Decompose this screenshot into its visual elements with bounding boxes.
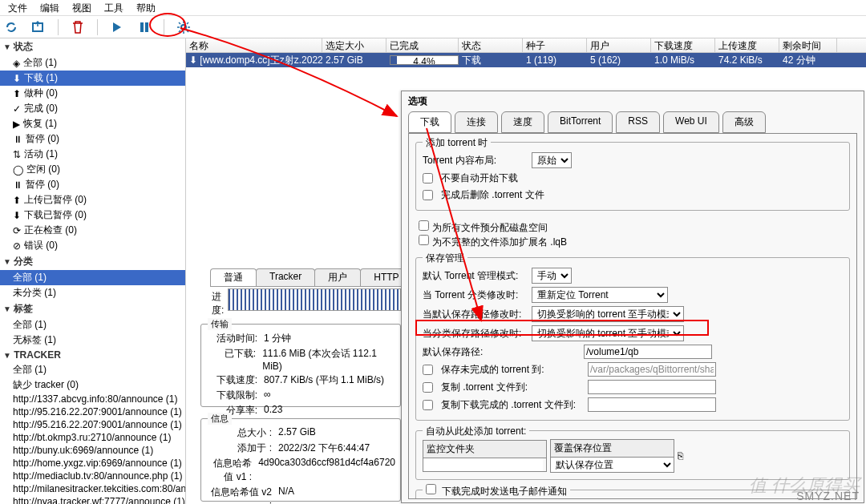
override-select[interactable]: 默认保存位置	[551, 458, 674, 472]
options-dialog: 选项 下载 连接 速度 BitTorrent RSS Web UI 高级 添加 …	[401, 91, 864, 503]
tab-tracker[interactable]: Tracker	[256, 268, 315, 286]
side-tag-none[interactable]: 无标签 (1)	[0, 333, 185, 348]
sidebar: ▼ 状态 ◈ 全部 (1) ⬇ 下载 (1) ⬆ 做种 (0) ✓ 完成 (0)…	[0, 38, 186, 504]
menu-tools[interactable]: 工具	[98, 0, 130, 15]
fs-save-mgmt: 保存管理 默认 Torrent 管理模式:手动 当 Torrent 分类修改时:…	[415, 257, 850, 421]
side-status: 状态	[14, 41, 33, 52]
catpathchg-select[interactable]: 切换受影响的 torrent 至手动模式	[532, 325, 684, 341]
chk-copytorrent[interactable]	[423, 382, 433, 393]
side-downloading[interactable]: ⬇ 下载 (1)	[0, 71, 185, 86]
chk-incomplete[interactable]	[423, 365, 433, 375]
copy-icon[interactable]: ⎘	[678, 450, 683, 462]
fs-autoadd: 自动从此处添加 torrent: 监控文件夹 覆盖保存位置 默认保存位置 ⎘	[415, 430, 850, 480]
side-tracker: TRACKER	[14, 349, 61, 361]
mode-select[interactable]: 手动	[532, 268, 572, 284]
dlg-tab-webui[interactable]: Web UI	[663, 111, 719, 133]
tracker-item[interactable]: http://mediaclub.tv:80/announce.php (1)	[0, 470, 185, 482]
svg-rect-1	[140, 22, 144, 32]
side-all[interactable]: ◈ 全部 (1)	[0, 55, 185, 71]
site-brand: SMYZ.NET	[796, 490, 860, 502]
menu-edit[interactable]: 编辑	[34, 0, 66, 15]
side-resumed[interactable]: ▶ 恢复 (1)	[0, 116, 185, 131]
transfer-fieldset: 传输 活动时间:1 分钟 已下载:111.6 MiB (本次会话 112.1 M…	[200, 324, 401, 407]
piece-bar	[228, 288, 401, 311]
dlg-tab-bt[interactable]: BitTorrent	[548, 111, 613, 133]
copytorrent-input	[588, 380, 716, 394]
progress-label: 进度:	[212, 290, 224, 317]
side-tag: 标签	[14, 303, 33, 314]
side-dl-paused[interactable]: ⬇ 下载已暂停 (0)	[0, 208, 185, 223]
table-header: 名称 选定大小 已完成 状态 种子 用户 下载速度 上传速度 剩余时间	[186, 38, 866, 53]
side-cat-none[interactable]: 未分类 (1)	[0, 285, 185, 300]
layout-select[interactable]: 原始	[532, 152, 572, 168]
side-cat-all[interactable]: 全部 (1)	[0, 270, 185, 285]
side-stalled[interactable]: ⏸ 暂停 (0)	[0, 177, 185, 192]
chk-delafter[interactable]	[423, 190, 433, 200]
side-seeding[interactable]: ⬆ 做种 (0)	[0, 86, 185, 101]
svg-rect-2	[145, 22, 148, 32]
tracker-missing[interactable]: 缺少 tracker (0)	[0, 377, 185, 393]
add-torrent-icon[interactable]	[30, 19, 47, 35]
side-cat: 分类	[14, 256, 33, 267]
tracker-item[interactable]: http://home.yxgz.vip:6969/announce (1)	[0, 457, 185, 470]
chk-noauto[interactable]	[423, 173, 433, 183]
side-checking[interactable]: ⟳ 正在检查 (0)	[0, 223, 185, 238]
dlg-tab-speed[interactable]: 速度	[501, 111, 544, 133]
dlg-tab-rss[interactable]: RSS	[616, 111, 660, 133]
settings-icon[interactable]	[176, 19, 192, 35]
tab-peer[interactable]: 用户	[314, 268, 361, 286]
chk-appendext[interactable]	[419, 235, 429, 245]
info-fieldset: 信息 总大小 :2.57 GiB 添加于 :2022/3/2 下午6:44:47…	[200, 418, 401, 502]
play-icon[interactable]	[109, 19, 125, 35]
catchg-select[interactable]: 重新定位 Torrent	[532, 287, 668, 303]
dialog-title: 选项	[402, 91, 864, 111]
side-paused[interactable]: ⏸ 暂停 (0)	[0, 131, 185, 147]
watch-input[interactable]	[423, 458, 543, 471]
chk-copycomplete[interactable]	[423, 400, 433, 410]
menu-file[interactable]: 文件	[2, 0, 34, 15]
delete-icon[interactable]	[70, 19, 86, 35]
dlg-tab-advanced[interactable]: 高级	[722, 111, 766, 133]
pause-icon[interactable]	[136, 19, 152, 35]
tracker-item[interactable]: http://95.216.22.207:9001/announce (1)	[0, 418, 185, 431]
incomplete-input	[588, 362, 716, 377]
chk-prealloc[interactable]	[419, 220, 429, 231]
dlg-tab-connection[interactable]: 连接	[455, 111, 498, 133]
torrent-row[interactable]: ⬇ [www.domp4.cc]王z射z.2022.HD1... 2.57 Gi…	[186, 53, 866, 67]
override-header: 覆盖保存位置	[551, 440, 674, 458]
tracker-item[interactable]: http://95.216.22.207:9001/announce (1)	[0, 405, 185, 418]
side-active[interactable]: ⇅ 活动 (1)	[0, 147, 185, 162]
defpath-input[interactable]	[584, 345, 712, 359]
watch-header: 监控文件夹	[423, 441, 546, 458]
menu-view[interactable]: 视图	[66, 0, 98, 15]
defchg-select[interactable]: 切换受影响的 torrent 至手动模式	[532, 306, 684, 322]
tab-general[interactable]: 普通	[210, 268, 257, 286]
tracker-item[interactable]: http://1337.abcvg.info:80/announce (1)	[0, 393, 185, 405]
tracker-item[interactable]: http://milanesitracker.tekcities.com:80/…	[0, 482, 185, 495]
side-tag-all[interactable]: 全部 (1)	[0, 317, 185, 333]
side-ul-paused[interactable]: ⬆ 上传已暂停 (0)	[0, 192, 185, 208]
side-completed[interactable]: ✓ 完成 (0)	[0, 101, 185, 116]
tracker-item[interactable]: http://nyaa.tracker.wf:7777/announce (1)	[0, 495, 185, 504]
menu-help[interactable]: 帮助	[130, 0, 162, 15]
fs-add-torrent: 添加 torrent 时 Torrent 内容布局: 原始 不要自动开始下载 完…	[415, 142, 850, 211]
copycomplete-input	[588, 397, 716, 412]
dlg-tab-download[interactable]: 下载	[408, 111, 451, 133]
side-error[interactable]: ⊘ 错误 (0)	[0, 238, 185, 253]
tracker-item[interactable]: http://buny.uk:6969/announce (1)	[0, 444, 185, 457]
tracker-item[interactable]: http://bt.okmp3.ru:2710/announce (1)	[0, 431, 185, 444]
side-idle[interactable]: ◯ 空闲 (0)	[0, 162, 185, 177]
chk-email[interactable]	[426, 484, 436, 494]
add-link-icon[interactable]	[3, 19, 19, 35]
svg-point-3	[181, 25, 186, 30]
tracker-all[interactable]: 全部 (1)	[0, 362, 185, 377]
